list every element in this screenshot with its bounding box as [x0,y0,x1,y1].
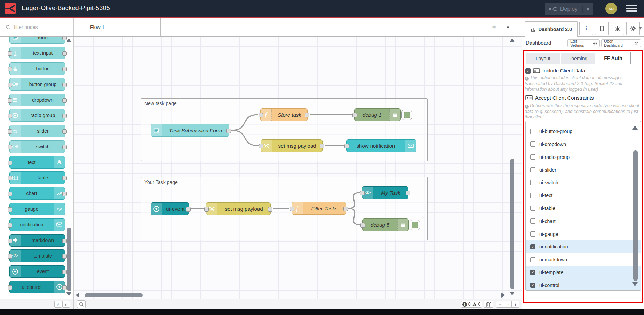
deploy-button[interactable]: Deploy ▾ [545,3,593,15]
output-port[interactable] [62,98,67,103]
wire[interactable] [348,193,360,208]
palette-node-text-input[interactable]: text input [9,47,65,59]
node-type-checkbox[interactable]: ✓ [530,244,535,249]
filter-nodes-input[interactable] [13,24,63,30]
input-port[interactable] [8,161,12,165]
input-port[interactable] [259,113,263,117]
notifications-badge-button[interactable]: ! 0 0 [461,301,482,308]
input-port[interactable] [290,207,294,211]
input-port[interactable] [259,144,263,148]
debug-sidebar-button[interactable] [611,22,624,35]
flow-node[interactable]: debug 5 [362,218,409,231]
node-type-checkbox[interactable] [530,167,535,172]
node-type-row-ui-radio-group[interactable]: ui-radio-group [526,151,641,163]
flow-node[interactable]: ƒFilter Tasks [292,202,346,215]
input-port[interactable] [8,176,12,180]
output-port[interactable] [62,270,67,274]
output-port[interactable] [268,207,272,212]
list-scrollbar[interactable] [633,150,638,281]
palette-collapse-all-button[interactable]: » [54,301,62,308]
output-port[interactable] [62,176,67,180]
node-type-row-ui-notification[interactable]: ✓ui-notification [526,240,641,253]
flow-node[interactable]: ƒStore task [260,108,308,121]
input-port[interactable] [8,239,12,243]
open-dashboard-button[interactable]: Open Dashboard [601,39,641,47]
input-port[interactable] [8,51,12,56]
input-port[interactable] [8,223,12,228]
input-port[interactable] [8,129,12,134]
palette-node-template[interactable]: </>template [9,249,65,262]
zoom-out-button[interactable]: − [496,301,504,308]
sidebar-tab-dashboard[interactable]: Dashboard 2.0 [525,21,578,37]
output-port[interactable] [62,145,67,149]
node-type-row-ui-dropdown[interactable]: ui-dropdown [526,138,641,151]
node-type-row-ui-text[interactable]: ui-text [526,189,641,202]
flow-node[interactable]: debug 1 [354,108,401,121]
input-port[interactable] [8,192,12,196]
node-type-row-ui-chart[interactable]: ui-chart [526,215,641,228]
sidebar-menu-caret-icon[interactable]: ▾ [639,25,642,31]
wire[interactable] [231,115,258,130]
output-port[interactable] [62,254,67,259]
palette-node-button-group[interactable]: button group [9,78,65,91]
input-port[interactable] [352,113,357,117]
palette-node-radio-group[interactable]: radio group [9,109,65,122]
node-type-row-ui-button[interactable]: ui-button [526,121,641,125]
search-flows-button[interactable] [77,300,86,308]
flow-node[interactable]: ui-event [151,202,189,215]
palette-node-button[interactable]: button [9,62,65,75]
zoom-in-button[interactable]: + [511,301,519,308]
input-port[interactable] [360,223,365,228]
palette-node-event[interactable]: event [9,265,65,278]
node-type-checkbox[interactable] [530,218,535,224]
edit-settings-button[interactable]: Edit Settings [567,39,600,47]
tab-layout[interactable]: Layout [526,53,560,64]
wire[interactable] [273,208,289,209]
tab-ff-auth[interactable]: FF Auth [596,52,631,64]
palette-scrollbar[interactable] [67,228,71,291]
output-port[interactable] [406,191,410,195]
output-port[interactable] [305,113,309,117]
node-type-row-ui-markdown[interactable]: ui-markdown [526,253,641,266]
palette-node-chart[interactable]: chart [9,187,65,200]
node-type-row-ui-switch[interactable]: ui-switch [526,176,641,189]
palette-node-text[interactable]: textA [9,156,65,169]
palette-search[interactable] [0,18,74,36]
output-port[interactable] [62,114,67,118]
output-port[interactable] [62,83,67,87]
flow-node[interactable]: Task Submission Form [151,124,229,137]
output-port[interactable] [62,239,67,243]
node-type-checkbox[interactable] [530,121,535,121]
input-port[interactable] [8,83,12,87]
flow-node[interactable]: set msg.payload [261,139,323,152]
palette-node-dropdown[interactable]: dropdown [9,94,65,106]
input-port[interactable] [360,191,365,195]
settings-sidebar-button[interactable] [626,22,640,35]
debug-toggle-button[interactable] [401,110,412,120]
node-type-checkbox[interactable] [530,193,535,198]
input-port[interactable] [8,145,12,149]
node-type-checkbox[interactable] [530,231,535,237]
output-port[interactable] [343,207,348,211]
node-type-checkbox[interactable] [530,141,535,147]
flow-tab[interactable]: Flow 1 [84,18,161,36]
palette-expand-all-button[interactable]: » [62,301,70,308]
node-type-row-ui-gauge[interactable]: ui-gauge [526,228,641,240]
palette-node-table[interactable]: table [9,171,65,184]
node-type-checkbox[interactable] [530,257,535,262]
help-sidebar-button[interactable] [595,22,609,35]
add-flow-button[interactable]: + [489,22,499,32]
tab-theming[interactable]: Theming [561,53,595,64]
output-port[interactable] [62,129,67,134]
user-avatar[interactable]: su [605,3,617,14]
output-port[interactable] [62,285,67,290]
input-port[interactable] [344,144,349,148]
include-client-data-checkbox[interactable]: ✓ [525,68,531,74]
output-port[interactable] [62,67,67,71]
output-port[interactable] [186,207,191,212]
info-sidebar-button[interactable]: i [579,22,593,35]
node-type-row-ui-slider[interactable]: ui-slider [526,163,641,176]
flow-node[interactable]: show notification [346,139,416,152]
palette-node-markdown[interactable]: markdown [9,234,65,247]
input-port[interactable] [8,67,12,71]
